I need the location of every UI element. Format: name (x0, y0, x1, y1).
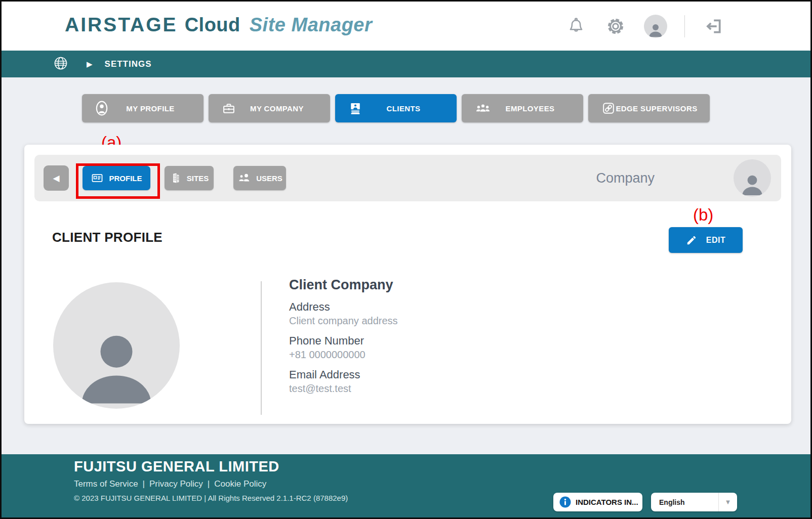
building-icon (170, 172, 182, 184)
address-label: Address (289, 300, 603, 314)
link-separator: | (208, 479, 210, 489)
people-group-icon (475, 102, 491, 114)
client-avatar (53, 282, 180, 409)
language-selected-value: English (651, 498, 718, 506)
logo-suite: Site Manager (250, 14, 373, 36)
subtab-sites[interactable]: SITES (165, 166, 214, 190)
tab-my-company[interactable]: MY COMPANY (209, 94, 330, 122)
subtab-users[interactable]: USERS (233, 166, 286, 190)
globe-icon[interactable] (53, 56, 68, 73)
page-title: CLIENT PROFILE (52, 230, 163, 245)
address-value: Client company address (289, 315, 603, 327)
gear-icon[interactable] (604, 15, 627, 37)
back-button[interactable]: ◀ (44, 165, 69, 191)
tab-label: MY COMPANY (235, 104, 304, 113)
tab-employees[interactable]: EMPLOYEES (462, 94, 583, 122)
main-tabs: MY PROFILE MY COMPANY (82, 94, 710, 122)
company-name-label: Company (596, 170, 655, 186)
privacy-policy-link[interactable]: Privacy Policy (149, 479, 203, 489)
tab-edge-supervisors[interactable]: EDGE SUPERVISORS (588, 94, 710, 122)
footer-company-name: FUJITSU GENERAL LIMITED (74, 458, 279, 475)
users-icon (237, 172, 251, 184)
logout-icon[interactable] (702, 15, 724, 37)
subtab-label: USERS (256, 174, 282, 183)
subtab-label: SITES (187, 174, 209, 183)
copyright-text: © 2023 FUJITSU GENERAL LIMITED | All Rig… (74, 494, 348, 502)
subtab-label: PROFILE (109, 174, 142, 183)
tab-my-profile[interactable]: MY PROFILE (82, 94, 204, 122)
breadcrumb-arrow-icon: ▶ (87, 60, 93, 69)
briefcase-icon (222, 101, 236, 115)
tab-label: MY PROFILE (111, 104, 174, 113)
header-icons (565, 2, 724, 51)
email-value: test@test.test (289, 383, 603, 395)
edit-button[interactable]: EDIT (669, 227, 743, 253)
email-label: Email Address (289, 368, 603, 381)
client-badge-icon (348, 101, 362, 115)
client-card: ◀ PROFILE (24, 145, 791, 424)
person-oval-icon (95, 101, 108, 116)
back-arrow-icon: ◀ (53, 173, 59, 184)
indicators-button[interactable]: INDICATORS IN... (553, 493, 642, 511)
link-icon (601, 101, 616, 115)
vertical-divider (261, 281, 262, 415)
tab-label: EMPLOYEES (491, 104, 555, 113)
logo-brand: AIRSTAGE (65, 14, 178, 36)
logo-product: Cloud (185, 14, 240, 36)
client-details: Client Company Address Client company ad… (289, 277, 603, 395)
cookie-policy-link[interactable]: Cookie Policy (214, 479, 266, 489)
client-company-name: Client Company (289, 277, 603, 293)
page: AIRSTAGE Cloud Site Manager (0, 0, 812, 519)
footer: FUJITSU GENERAL LIMITED Terms of Service… (2, 454, 810, 517)
phone-value: +81 0000000000 (289, 349, 603, 361)
edit-button-label: EDIT (706, 236, 725, 245)
indicators-button-label: INDICATORS IN... (576, 498, 638, 506)
top-header: AIRSTAGE Cloud Site Manager (2, 2, 810, 51)
annotation-b: (b) (693, 205, 713, 225)
chevron-down-icon: ▼ (719, 498, 737, 506)
subtab-profile[interactable]: PROFILE (83, 166, 150, 190)
bell-icon[interactable] (565, 15, 587, 37)
app-logo: AIRSTAGE Cloud Site Manager (65, 14, 372, 36)
terms-of-service-link[interactable]: Terms of Service (74, 479, 138, 489)
info-icon (559, 496, 571, 508)
profile-card-icon (91, 171, 104, 185)
phone-label: Phone Number (289, 334, 603, 348)
company-avatar[interactable] (734, 159, 771, 197)
account-avatar-icon[interactable] (644, 15, 667, 38)
breadcrumb: SETTINGS (105, 59, 152, 69)
pencil-icon (686, 235, 697, 246)
link-separator: | (143, 479, 145, 489)
tab-clients[interactable]: CLIENTS (335, 94, 457, 122)
language-dropdown[interactable]: English ▼ (651, 493, 737, 511)
client-toolbar: ◀ PROFILE (34, 155, 781, 201)
header-divider (684, 15, 685, 37)
footer-links: Terms of Service | Privacy Policy | Cook… (74, 479, 266, 489)
tab-label: CLIENTS (372, 104, 421, 113)
breadcrumb-bar: ▶ SETTINGS (2, 51, 810, 77)
